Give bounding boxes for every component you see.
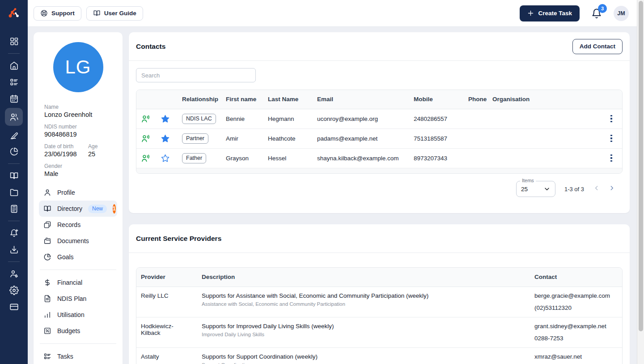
contacts-table: Relationship First name Last Name Email …: [136, 90, 623, 174]
book-icon[interactable]: [5, 167, 23, 184]
user-avatar[interactable]: JM: [614, 6, 629, 21]
next-page-button[interactable]: [608, 184, 615, 193]
copy-icon: [43, 221, 51, 229]
main-column: Contacts Add Contact: [129, 32, 630, 364]
provider-description: Supports for Assistance with Social, Eco…: [202, 292, 525, 299]
checklist-icon[interactable]: [5, 74, 23, 90]
support-label: Support: [51, 10, 75, 17]
provider-description-sub: Assistance with Social, Economic and Com…: [202, 301, 525, 307]
user-guide-label: User Guide: [104, 10, 136, 17]
favourite-star-icon[interactable]: [161, 154, 173, 163]
col-email: Email: [313, 90, 409, 109]
settings-icon[interactable]: [5, 282, 23, 299]
support-button[interactable]: Support: [34, 6, 81, 21]
nav-item-records[interactable]: Records: [39, 217, 117, 233]
contact-row[interactable]: Partner Amir Heathcote padams@example.ne…: [136, 128, 622, 148]
billing-card-icon[interactable]: [5, 299, 23, 315]
download-icon[interactable]: [5, 241, 23, 258]
provider-contact-phone: (02)53112320: [534, 304, 618, 312]
contacts-card: Contacts Add Contact: [129, 32, 630, 213]
client-gender: Male: [44, 170, 112, 177]
contact-row[interactable]: NDIS LAC Bennie Hegmann uconroy@example.…: [136, 109, 622, 128]
contact-phone: [464, 148, 488, 168]
nav-item-tasks[interactable]: Tasks: [39, 348, 117, 364]
favourite-star-icon[interactable]: [161, 134, 173, 143]
rail-divider: [8, 163, 20, 164]
row-menu-button[interactable]: [605, 115, 618, 123]
chevron-down-icon: [543, 185, 551, 193]
nav-item-budgets[interactable]: Budgets: [39, 323, 117, 339]
invoices-icon[interactable]: [5, 201, 23, 217]
provider-row[interactable]: Reilly LLC Supports for Assistance with …: [136, 287, 622, 317]
col-description: Description: [197, 268, 530, 287]
age-label: Age: [88, 143, 97, 150]
pagination-range: 1-3 of 3: [564, 186, 584, 193]
scrollbar-thumb[interactable]: [639, 1, 643, 331]
nav-item-utilisation[interactable]: Utilisation: [39, 307, 117, 323]
nav-item-goals[interactable]: Goals: [39, 249, 117, 265]
user-settings-icon[interactable]: [5, 266, 23, 282]
plus-icon: [527, 10, 534, 17]
nav-item-documents[interactable]: Documents: [39, 233, 117, 249]
provider-contact-email: grant.sidney@example.net: [534, 323, 618, 330]
provider-name: Astalty: [136, 348, 197, 364]
nav-item-profile[interactable]: Profile: [39, 184, 117, 201]
folder-icon[interactable]: [5, 184, 23, 201]
user-icon: [43, 188, 51, 197]
provider-row[interactable]: Hodkiewicz-Kilback Supports for Improved…: [136, 317, 622, 347]
nav-item-directory[interactable]: Directory New 1: [39, 201, 117, 217]
provider-contact-phone: 0288-7253: [534, 335, 618, 342]
contact-last-name: Hessel: [263, 148, 313, 168]
bell-plus-icon[interactable]: [5, 225, 23, 241]
page-scrollbar[interactable]: [637, 0, 644, 364]
user-guide-button[interactable]: User Guide: [86, 6, 143, 21]
providers-table: Provider Description Contact Reilly LLC …: [136, 267, 623, 364]
folders-icon: [43, 237, 51, 245]
icon-rail: [0, 0, 28, 364]
nav-divider: [40, 270, 116, 270]
add-contact-button[interactable]: Add Contact: [572, 39, 623, 54]
col-contact: Contact: [530, 268, 622, 287]
create-task-label: Create Task: [538, 10, 572, 17]
favourite-star-icon[interactable]: [161, 114, 173, 124]
nav-item-financial[interactable]: Financial: [39, 274, 117, 291]
contact-first-name: Bennie: [221, 109, 263, 128]
provider-row[interactable]: Astalty Supports for Support Coordinatio…: [136, 348, 622, 364]
row-menu-button[interactable]: [605, 154, 618, 162]
row-menu-button[interactable]: [605, 135, 618, 142]
clients-icon[interactable]: [5, 108, 23, 126]
providers-card: Current Service Providers Provider Descr…: [129, 224, 630, 364]
items-label: Items: [520, 178, 536, 183]
contact-email: padams@example.net: [313, 128, 409, 148]
contact-phone: [464, 128, 488, 148]
app-logo[interactable]: [0, 0, 28, 27]
contacts-search-input[interactable]: [136, 68, 256, 82]
rail-divider: [8, 53, 20, 54]
provider-contact-email: berge.gracie@example.com: [534, 292, 618, 300]
contact-row[interactable]: Father Grayson Hessel shayna.kilback@exa…: [136, 148, 622, 168]
items-per-page-select[interactable]: Items 25: [516, 181, 555, 197]
gender-label: Gender: [44, 163, 112, 169]
goal-chart-icon: [43, 253, 51, 261]
contact-organisation: [488, 128, 601, 148]
file-text-icon: [43, 295, 51, 303]
signature-icon[interactable]: [5, 127, 23, 143]
col-last-name: Last Name: [263, 90, 313, 109]
create-task-button[interactable]: Create Task: [520, 5, 580, 21]
chevron-right-icon: [608, 184, 615, 192]
provider-contact-email: xmraz@sauer.net: [534, 353, 618, 360]
app-root: Support User Guide Create Task 3 JM LG N…: [0, 0, 644, 364]
home-icon[interactable]: [5, 57, 23, 74]
contact-organisation: [488, 109, 601, 128]
dashboard-icon[interactable]: [5, 33, 23, 50]
pie-chart-icon[interactable]: [5, 143, 23, 160]
col-relationship: Relationship: [178, 90, 221, 109]
contacts-tbody: NDIS LAC Bennie Hegmann uconroy@example.…: [136, 109, 622, 168]
calendar-icon[interactable]: [5, 90, 23, 107]
contact-email: uconroy@example.org: [313, 109, 409, 128]
contact-mobile: 8973207343: [409, 148, 464, 168]
previous-page-button[interactable]: [593, 184, 600, 193]
nav-item-ndis-plan[interactable]: NDIS Plan: [39, 291, 117, 307]
notifications-button[interactable]: 3: [591, 8, 602, 19]
contact-first-name: Grayson: [221, 148, 263, 168]
